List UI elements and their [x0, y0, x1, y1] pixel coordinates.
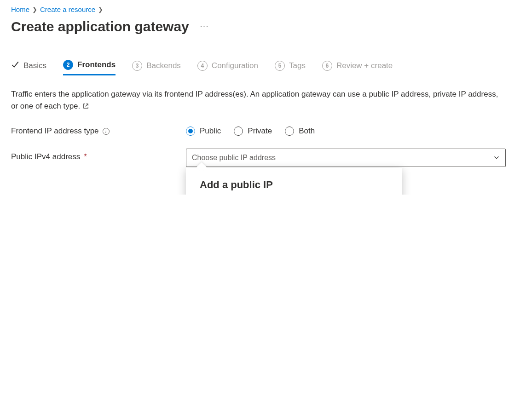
radio-private[interactable]: Private [234, 127, 272, 136]
chevron-down-icon [493, 154, 500, 162]
step-number-icon: 5 [275, 61, 285, 71]
radio-public[interactable]: Public [186, 127, 221, 136]
breadcrumb-create-resource[interactable]: Create a resource [40, 6, 95, 13]
more-actions-button[interactable]: ··· [197, 20, 212, 34]
description-text: Traffic enters the application gateway v… [11, 88, 499, 113]
label-text: Frontend IP address type [11, 127, 99, 136]
chevron-right-icon: ❯ [98, 6, 103, 13]
field-public-ipv4: Public IPv4 address * Choose public IP a… [11, 149, 509, 178]
step-number-icon: 2 [63, 60, 73, 70]
breadcrumb: Home ❯ Create a resource ❯ [11, 6, 509, 13]
tab-label: Tags [289, 61, 306, 70]
ip-type-radio-group: Public Private Both [186, 127, 315, 136]
wizard-tabs: Basics 2 Frontends 3 Backends 4 Configur… [11, 60, 509, 75]
tab-configuration[interactable]: 4 Configuration [197, 61, 258, 75]
radio-label: Both [299, 127, 315, 136]
add-public-ip-flyout: Add a public IP Name * SKU [186, 168, 402, 195]
public-ip-control: Choose public IP address Add new Add a p… [186, 149, 509, 178]
info-icon[interactable]: i [103, 128, 110, 135]
external-link-icon[interactable] [82, 101, 89, 113]
radio-label: Private [248, 127, 272, 136]
dropdown-placeholder: Choose public IP address [192, 154, 276, 162]
label-text: Public IPv4 address [11, 152, 80, 161]
public-ip-dropdown[interactable]: Choose public IP address [186, 149, 506, 167]
tab-label: Review + create [336, 61, 393, 70]
chevron-right-icon: ❯ [32, 6, 37, 13]
public-ip-label: Public IPv4 address * [11, 149, 186, 161]
field-frontend-ip-type: Frontend IP address type i Public Privat… [11, 127, 509, 136]
tab-label: Basics [23, 61, 46, 70]
step-number-icon: 3 [132, 61, 142, 71]
tab-frontends[interactable]: 2 Frontends [63, 60, 116, 75]
required-indicator: * [84, 152, 87, 161]
tab-basics[interactable]: Basics [11, 60, 46, 75]
breadcrumb-home[interactable]: Home [11, 6, 29, 13]
tab-label: Frontends [77, 60, 116, 69]
ip-type-label: Frontend IP address type i [11, 127, 186, 136]
radio-label: Public [200, 127, 221, 136]
tab-tags[interactable]: 5 Tags [275, 61, 306, 75]
flyout-title: Add a public IP [200, 179, 388, 191]
step-number-icon: 6 [322, 61, 332, 71]
radio-both[interactable]: Both [285, 127, 315, 136]
tab-label: Backends [146, 61, 181, 70]
tab-review-create[interactable]: 6 Review + create [322, 61, 393, 75]
step-number-icon: 4 [197, 61, 208, 71]
page-title: Create application gateway [11, 19, 189, 35]
tab-backends[interactable]: 3 Backends [132, 61, 181, 75]
page-header: Create application gateway ··· [11, 19, 509, 35]
checkmark-icon [11, 60, 19, 71]
tab-label: Configuration [212, 61, 258, 70]
